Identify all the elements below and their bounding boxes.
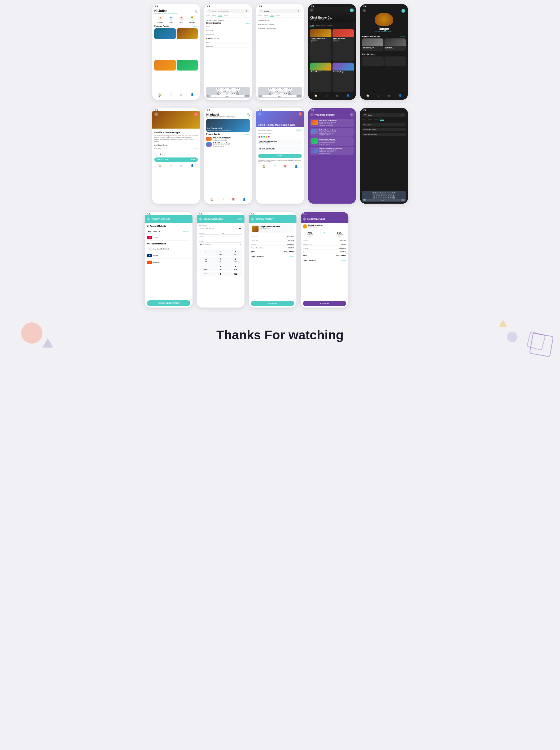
key-6[interactable]: 6MNO: [228, 257, 242, 264]
search-btn-9[interactable]: 🔍: [350, 113, 354, 117]
tab-burger-4[interactable]: Burger: [310, 25, 314, 27]
heart-btn-8[interactable]: ♥: [299, 113, 302, 116]
tab-places-3[interactable]: Places: [258, 14, 262, 17]
popular-spaghetti[interactable]: Spaghetti: [206, 45, 250, 48]
nav-home-5[interactable]: 🏠: [366, 94, 369, 97]
heart-btn-6[interactable]: ♥: [194, 113, 198, 116]
change-btn-13[interactable]: CHANGE: [289, 256, 294, 257]
extra-patty[interactable]: Extra Patty +$2.00: [154, 147, 198, 150]
cat-meat[interactable]: 🥩 MEAT: [179, 16, 184, 23]
add-payoneer[interactable]: PN Payoneer ›: [147, 260, 191, 265]
trend-item-balls[interactable]: Balls of the Bull Festival Jan 25 · 9:00…: [310, 119, 354, 127]
recent-tuna[interactable]: Tuna steak: [206, 34, 250, 36]
event-item-belfast[interactable]: Belfast United in Song Jan 25 · 9:00 AM …: [206, 142, 250, 147]
follow-btn-8[interactable]: Follow: [295, 129, 302, 131]
nav-user-8[interactable]: 👤: [295, 165, 298, 168]
see-all-5[interactable]: SEE ALL: [400, 36, 406, 37]
result-music-gala[interactable]: Music Gala: [362, 123, 406, 126]
search-btn-4[interactable]: 🔍: [350, 8, 354, 12]
trend-item-debate[interactable]: Debate to the best Programme Jan 25 · 9:…: [310, 147, 354, 155]
popular-rice[interactable]: Rice: [206, 41, 250, 44]
nav-user-6[interactable]: 👤: [191, 164, 194, 167]
nav-home-8[interactable]: 🏠: [262, 165, 265, 168]
delivery-card-2[interactable]: [384, 57, 406, 66]
nav-heart-5[interactable]: ♡: [377, 94, 380, 97]
cat-fish[interactable]: 🐟 FISH: [168, 16, 174, 23]
key-backspace[interactable]: ⌫: [228, 272, 242, 276]
result-musical[interactable]: Musical Data Night: [362, 133, 406, 136]
trend-item-dutton[interactable]: Dutton Shah Culturel Jan 25 · 9:00 AM to…: [310, 137, 354, 146]
add-paypal[interactable]: PP Paypal ›: [147, 253, 191, 259]
key-3[interactable]: 3DEF: [228, 249, 242, 256]
exp-date-input[interactable]: MM/YY: [199, 235, 220, 238]
back-btn-9[interactable]: ‹: [310, 113, 314, 116]
nav-user-7[interactable]: 👤: [243, 198, 246, 201]
nav-home-6[interactable]: 🏠: [158, 164, 161, 167]
back-btn-12[interactable]: ‹: [199, 217, 202, 221]
tab-hotels-10[interactable]: Hotels: [368, 118, 372, 121]
nav-cart-6[interactable]: 🛒: [180, 164, 183, 167]
close-icon-10[interactable]: ✕: [402, 114, 404, 116]
food-extra-long[interactable]: Extra Long Burger USD 5.00 ★ 5.0: [333, 29, 354, 61]
back-btn-11[interactable]: ‹: [147, 217, 150, 221]
see-all-7[interactable]: SEE ALL: [244, 134, 250, 135]
event-banner-7[interactable]: Ice Breaker 8K January 20, 2020 | 8:00 A…: [206, 119, 250, 132]
key-9[interactable]: 9WXYZ: [228, 264, 242, 271]
nav-cal-7[interactable]: 📅: [232, 198, 235, 201]
back-btn-6[interactable]: ‹: [154, 113, 158, 116]
search-bar-10[interactable]: 🔍 Music ✕: [362, 113, 406, 117]
nav-cal-8[interactable]: 📅: [283, 165, 287, 168]
nav-heart-6[interactable]: ♡: [169, 164, 172, 167]
nav-cart[interactable]: 🛒: [180, 93, 183, 97]
close-icon-2[interactable]: ✕: [246, 10, 248, 12]
tab-pizza-4[interactable]: Pizza: [321, 25, 324, 27]
recent-salad[interactable]: Salad: [206, 25, 250, 28]
food-card-seafood[interactable]: SEA FOOD: [154, 28, 176, 59]
tab-places-10[interactable]: Places: [362, 118, 366, 121]
nav-heart[interactable]: ♡: [169, 93, 172, 97]
cvv-input[interactable]: 142: [221, 235, 242, 238]
key-7[interactable]: 7PQRS: [199, 264, 213, 271]
use-payment-btn[interactable]: USE PAYMENT METHOD: [147, 300, 191, 306]
food-card-burger[interactable]: BURGER: [177, 28, 198, 59]
add-to-cart-btn[interactable]: ADD TO CART $7.00: [154, 158, 198, 162]
going-btn-8[interactable]: GOING: [258, 154, 302, 158]
nav-user[interactable]: 👤: [191, 93, 194, 97]
card-number-input[interactable]: Enter Card Number 📷: [199, 226, 242, 230]
change-btn-14[interactable]: CHANGE: [341, 260, 346, 261]
nav-user-5[interactable]: 👤: [399, 94, 402, 97]
nav-cart-4[interactable]: 🛒: [335, 94, 339, 97]
nav-user-4[interactable]: 👤: [346, 94, 350, 97]
tab-foods-3[interactable]: Foods: [270, 14, 274, 17]
search-btn-5[interactable]: 🔍: [401, 9, 405, 13]
back-btn-8[interactable]: ‹: [258, 113, 261, 116]
qty-plus-6[interactable]: +: [162, 152, 166, 156]
tab-events-2[interactable]: Events: [224, 14, 228, 17]
add-credit-card[interactable]: 💳 Add Credit/Debit Card ›: [147, 246, 191, 252]
nav-heart-4[interactable]: ♡: [325, 94, 328, 97]
event-item-balls[interactable]: Balls of the Bull Festival Jan 25 · 9:00…: [206, 137, 250, 141]
cat-burger[interactable]: 🍔 BURGER: [189, 16, 195, 23]
pay-now-btn-14[interactable]: PAY NOW: [303, 301, 346, 306]
pay-now-btn-13[interactable]: PAY NOW: [251, 301, 294, 306]
food-card-soup[interactable]: [154, 60, 176, 91]
nav-home[interactable]: 🏠: [158, 93, 161, 97]
back-btn-5[interactable]: ‹: [363, 9, 366, 12]
key-2[interactable]: 2ABC: [214, 249, 227, 256]
food-double-cheese[interactable]: Double Cheese Burger USD 5.00 ★ 4.9: [310, 29, 332, 61]
rest-card-2[interactable]: Pizza & Co. Starting From $7.0 ★ 5.0: [384, 38, 406, 51]
pm-card-8372[interactable]: VISA ...8372 ›: [147, 235, 191, 241]
food-union-big[interactable]: Union Big Burger: [333, 63, 354, 92]
key-star[interactable]: * · #: [199, 272, 213, 276]
search-bar-2[interactable]: 🔍 Search your destination ✕: [206, 9, 250, 13]
nav-home-7[interactable]: 🏠: [210, 198, 214, 201]
tab-hotels-3[interactable]: Hotels: [264, 14, 268, 17]
nav-home-4[interactable]: 🏠: [314, 94, 317, 97]
food-card-salad[interactable]: [177, 60, 198, 91]
tab-foods-10[interactable]: Foods: [374, 118, 378, 121]
country-select[interactable]: 🇦🇫 Afghanistan ▾: [199, 242, 242, 246]
key-5[interactable]: 5JKL: [214, 257, 227, 264]
back-btn-4[interactable]: ‹: [310, 8, 314, 12]
cat-chicken[interactable]: 🍗 CHICKEN: [157, 16, 163, 23]
trend-item-belfast[interactable]: Belfast United in Song Jan 25 · 9:00 AM …: [310, 128, 354, 137]
